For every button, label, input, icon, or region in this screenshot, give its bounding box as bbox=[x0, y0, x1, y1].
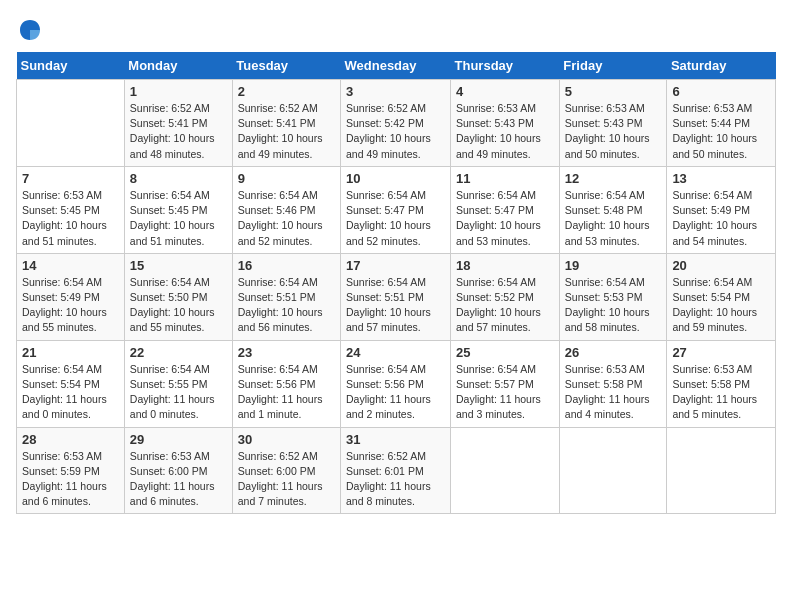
day-info: Sunrise: 6:54 AM Sunset: 5:51 PM Dayligh… bbox=[346, 275, 445, 336]
day-header-wednesday: Wednesday bbox=[341, 52, 451, 80]
calendar-cell: 2Sunrise: 6:52 AM Sunset: 5:41 PM Daylig… bbox=[232, 80, 340, 167]
day-info: Sunrise: 6:54 AM Sunset: 5:52 PM Dayligh… bbox=[456, 275, 554, 336]
day-number: 26 bbox=[565, 345, 662, 360]
calendar-table: SundayMondayTuesdayWednesdayThursdayFrid… bbox=[16, 52, 776, 514]
day-number: 2 bbox=[238, 84, 335, 99]
day-number: 15 bbox=[130, 258, 227, 273]
day-info: Sunrise: 6:52 AM Sunset: 5:41 PM Dayligh… bbox=[130, 101, 227, 162]
day-info: Sunrise: 6:52 AM Sunset: 6:00 PM Dayligh… bbox=[238, 449, 335, 510]
calendar-cell: 10Sunrise: 6:54 AM Sunset: 5:47 PM Dayli… bbox=[341, 166, 451, 253]
calendar-cell: 1Sunrise: 6:52 AM Sunset: 5:41 PM Daylig… bbox=[124, 80, 232, 167]
day-header-monday: Monday bbox=[124, 52, 232, 80]
calendar-week-row: 1Sunrise: 6:52 AM Sunset: 5:41 PM Daylig… bbox=[17, 80, 776, 167]
day-number: 4 bbox=[456, 84, 554, 99]
day-info: Sunrise: 6:52 AM Sunset: 5:42 PM Dayligh… bbox=[346, 101, 445, 162]
day-number: 30 bbox=[238, 432, 335, 447]
day-info: Sunrise: 6:54 AM Sunset: 5:47 PM Dayligh… bbox=[346, 188, 445, 249]
day-info: Sunrise: 6:54 AM Sunset: 5:47 PM Dayligh… bbox=[456, 188, 554, 249]
day-number: 19 bbox=[565, 258, 662, 273]
day-info: Sunrise: 6:54 AM Sunset: 5:49 PM Dayligh… bbox=[22, 275, 119, 336]
day-info: Sunrise: 6:54 AM Sunset: 5:55 PM Dayligh… bbox=[130, 362, 227, 423]
day-number: 12 bbox=[565, 171, 662, 186]
day-number: 31 bbox=[346, 432, 445, 447]
day-info: Sunrise: 6:53 AM Sunset: 5:44 PM Dayligh… bbox=[672, 101, 770, 162]
calendar-cell: 31Sunrise: 6:52 AM Sunset: 6:01 PM Dayli… bbox=[341, 427, 451, 514]
calendar-cell: 9Sunrise: 6:54 AM Sunset: 5:46 PM Daylig… bbox=[232, 166, 340, 253]
day-number: 11 bbox=[456, 171, 554, 186]
day-number: 9 bbox=[238, 171, 335, 186]
day-header-friday: Friday bbox=[559, 52, 667, 80]
calendar-cell: 5Sunrise: 6:53 AM Sunset: 5:43 PM Daylig… bbox=[559, 80, 667, 167]
day-info: Sunrise: 6:54 AM Sunset: 5:49 PM Dayligh… bbox=[672, 188, 770, 249]
calendar-cell: 24Sunrise: 6:54 AM Sunset: 5:56 PM Dayli… bbox=[341, 340, 451, 427]
calendar-cell: 29Sunrise: 6:53 AM Sunset: 6:00 PM Dayli… bbox=[124, 427, 232, 514]
day-info: Sunrise: 6:54 AM Sunset: 5:50 PM Dayligh… bbox=[130, 275, 227, 336]
day-number: 6 bbox=[672, 84, 770, 99]
day-info: Sunrise: 6:52 AM Sunset: 6:01 PM Dayligh… bbox=[346, 449, 445, 510]
day-number: 22 bbox=[130, 345, 227, 360]
day-info: Sunrise: 6:53 AM Sunset: 5:58 PM Dayligh… bbox=[672, 362, 770, 423]
day-number: 25 bbox=[456, 345, 554, 360]
calendar-cell: 30Sunrise: 6:52 AM Sunset: 6:00 PM Dayli… bbox=[232, 427, 340, 514]
day-info: Sunrise: 6:54 AM Sunset: 5:56 PM Dayligh… bbox=[238, 362, 335, 423]
day-number: 21 bbox=[22, 345, 119, 360]
day-number: 8 bbox=[130, 171, 227, 186]
day-info: Sunrise: 6:53 AM Sunset: 6:00 PM Dayligh… bbox=[130, 449, 227, 510]
calendar-cell: 18Sunrise: 6:54 AM Sunset: 5:52 PM Dayli… bbox=[451, 253, 560, 340]
day-info: Sunrise: 6:52 AM Sunset: 5:41 PM Dayligh… bbox=[238, 101, 335, 162]
day-info: Sunrise: 6:54 AM Sunset: 5:48 PM Dayligh… bbox=[565, 188, 662, 249]
calendar-cell bbox=[17, 80, 125, 167]
day-number: 18 bbox=[456, 258, 554, 273]
day-info: Sunrise: 6:53 AM Sunset: 5:58 PM Dayligh… bbox=[565, 362, 662, 423]
calendar-cell: 8Sunrise: 6:54 AM Sunset: 5:45 PM Daylig… bbox=[124, 166, 232, 253]
day-info: Sunrise: 6:53 AM Sunset: 5:43 PM Dayligh… bbox=[565, 101, 662, 162]
calendar-cell: 14Sunrise: 6:54 AM Sunset: 5:49 PM Dayli… bbox=[17, 253, 125, 340]
day-header-tuesday: Tuesday bbox=[232, 52, 340, 80]
day-number: 23 bbox=[238, 345, 335, 360]
calendar-cell: 19Sunrise: 6:54 AM Sunset: 5:53 PM Dayli… bbox=[559, 253, 667, 340]
day-header-saturday: Saturday bbox=[667, 52, 776, 80]
calendar-week-row: 28Sunrise: 6:53 AM Sunset: 5:59 PM Dayli… bbox=[17, 427, 776, 514]
day-info: Sunrise: 6:54 AM Sunset: 5:54 PM Dayligh… bbox=[672, 275, 770, 336]
calendar-week-row: 21Sunrise: 6:54 AM Sunset: 5:54 PM Dayli… bbox=[17, 340, 776, 427]
day-info: Sunrise: 6:53 AM Sunset: 5:59 PM Dayligh… bbox=[22, 449, 119, 510]
calendar-cell bbox=[559, 427, 667, 514]
day-number: 5 bbox=[565, 84, 662, 99]
day-number: 13 bbox=[672, 171, 770, 186]
logo-icon bbox=[16, 16, 44, 44]
calendar-cell: 11Sunrise: 6:54 AM Sunset: 5:47 PM Dayli… bbox=[451, 166, 560, 253]
day-info: Sunrise: 6:53 AM Sunset: 5:45 PM Dayligh… bbox=[22, 188, 119, 249]
calendar-cell: 21Sunrise: 6:54 AM Sunset: 5:54 PM Dayli… bbox=[17, 340, 125, 427]
calendar-cell: 25Sunrise: 6:54 AM Sunset: 5:57 PM Dayli… bbox=[451, 340, 560, 427]
calendar-cell: 27Sunrise: 6:53 AM Sunset: 5:58 PM Dayli… bbox=[667, 340, 776, 427]
day-info: Sunrise: 6:54 AM Sunset: 5:54 PM Dayligh… bbox=[22, 362, 119, 423]
day-header-thursday: Thursday bbox=[451, 52, 560, 80]
day-info: Sunrise: 6:54 AM Sunset: 5:46 PM Dayligh… bbox=[238, 188, 335, 249]
calendar-cell: 7Sunrise: 6:53 AM Sunset: 5:45 PM Daylig… bbox=[17, 166, 125, 253]
day-number: 29 bbox=[130, 432, 227, 447]
day-number: 3 bbox=[346, 84, 445, 99]
day-info: Sunrise: 6:53 AM Sunset: 5:43 PM Dayligh… bbox=[456, 101, 554, 162]
calendar-cell bbox=[451, 427, 560, 514]
calendar-cell: 16Sunrise: 6:54 AM Sunset: 5:51 PM Dayli… bbox=[232, 253, 340, 340]
calendar-header-row: SundayMondayTuesdayWednesdayThursdayFrid… bbox=[17, 52, 776, 80]
calendar-cell: 28Sunrise: 6:53 AM Sunset: 5:59 PM Dayli… bbox=[17, 427, 125, 514]
day-info: Sunrise: 6:54 AM Sunset: 5:57 PM Dayligh… bbox=[456, 362, 554, 423]
day-number: 7 bbox=[22, 171, 119, 186]
calendar-cell: 22Sunrise: 6:54 AM Sunset: 5:55 PM Dayli… bbox=[124, 340, 232, 427]
calendar-cell: 15Sunrise: 6:54 AM Sunset: 5:50 PM Dayli… bbox=[124, 253, 232, 340]
day-number: 24 bbox=[346, 345, 445, 360]
calendar-cell: 17Sunrise: 6:54 AM Sunset: 5:51 PM Dayli… bbox=[341, 253, 451, 340]
calendar-week-row: 14Sunrise: 6:54 AM Sunset: 5:49 PM Dayli… bbox=[17, 253, 776, 340]
calendar-cell: 12Sunrise: 6:54 AM Sunset: 5:48 PM Dayli… bbox=[559, 166, 667, 253]
calendar-cell: 3Sunrise: 6:52 AM Sunset: 5:42 PM Daylig… bbox=[341, 80, 451, 167]
logo bbox=[16, 16, 48, 44]
day-number: 28 bbox=[22, 432, 119, 447]
calendar-cell bbox=[667, 427, 776, 514]
calendar-week-row: 7Sunrise: 6:53 AM Sunset: 5:45 PM Daylig… bbox=[17, 166, 776, 253]
day-number: 27 bbox=[672, 345, 770, 360]
day-info: Sunrise: 6:54 AM Sunset: 5:51 PM Dayligh… bbox=[238, 275, 335, 336]
calendar-cell: 20Sunrise: 6:54 AM Sunset: 5:54 PM Dayli… bbox=[667, 253, 776, 340]
day-info: Sunrise: 6:54 AM Sunset: 5:53 PM Dayligh… bbox=[565, 275, 662, 336]
calendar-cell: 23Sunrise: 6:54 AM Sunset: 5:56 PM Dayli… bbox=[232, 340, 340, 427]
